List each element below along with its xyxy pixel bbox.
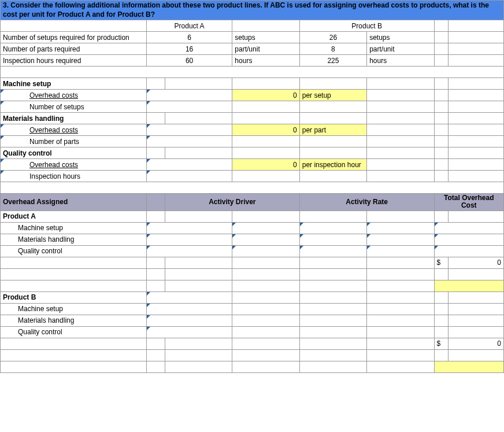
cell[interactable] bbox=[367, 136, 434, 147]
cell[interactable] bbox=[448, 90, 503, 101]
cell[interactable] bbox=[448, 43, 503, 55]
cell[interactable] bbox=[367, 211, 434, 222]
input-cell[interactable] bbox=[146, 159, 232, 171]
cell[interactable] bbox=[146, 338, 165, 349]
cell[interactable] bbox=[232, 20, 299, 32]
input-cell[interactable] bbox=[367, 234, 434, 245]
cell[interactable] bbox=[146, 268, 165, 280]
cell[interactable] bbox=[165, 78, 232, 90]
cell[interactable] bbox=[434, 268, 448, 280]
cell[interactable] bbox=[165, 268, 232, 280]
input-cell[interactable] bbox=[146, 234, 232, 245]
cell[interactable] bbox=[146, 147, 165, 159]
cell[interactable] bbox=[434, 78, 448, 90]
input-cell[interactable] bbox=[146, 222, 232, 234]
cell[interactable] bbox=[448, 159, 503, 171]
cell[interactable] bbox=[367, 349, 434, 361]
cell[interactable] bbox=[434, 303, 448, 315]
cell[interactable] bbox=[146, 257, 165, 268]
cell[interactable] bbox=[299, 326, 366, 338]
cell[interactable] bbox=[448, 315, 503, 326]
input-cell[interactable] bbox=[434, 245, 503, 257]
cell[interactable] bbox=[434, 171, 448, 182]
cell[interactable] bbox=[434, 326, 448, 338]
cell[interactable] bbox=[299, 361, 366, 372]
cell[interactable] bbox=[1, 268, 147, 280]
cell[interactable] bbox=[299, 147, 366, 159]
cell[interactable] bbox=[232, 280, 299, 291]
cell[interactable] bbox=[367, 171, 434, 182]
cell[interactable] bbox=[434, 101, 448, 113]
cell[interactable] bbox=[1, 20, 147, 32]
cell[interactable] bbox=[448, 268, 503, 280]
cell[interactable] bbox=[299, 349, 366, 361]
cell[interactable] bbox=[434, 32, 448, 43]
input-cell[interactable] bbox=[146, 136, 232, 147]
input-cell[interactable] bbox=[232, 234, 299, 245]
input-cell[interactable] bbox=[299, 234, 366, 245]
input-cell[interactable] bbox=[434, 222, 503, 234]
cell[interactable] bbox=[434, 136, 448, 147]
cell[interactable] bbox=[299, 113, 366, 124]
cell[interactable] bbox=[367, 78, 434, 90]
cell[interactable] bbox=[165, 361, 232, 372]
cell[interactable] bbox=[367, 268, 434, 280]
cell[interactable] bbox=[299, 338, 366, 349]
section-qc-overhead[interactable]: Overhead costs bbox=[1, 159, 147, 171]
cell[interactable] bbox=[448, 78, 503, 90]
cell[interactable] bbox=[367, 338, 434, 349]
cell[interactable] bbox=[367, 90, 434, 101]
cell[interactable] bbox=[232, 113, 299, 124]
cell[interactable] bbox=[1, 280, 147, 291]
cell[interactable] bbox=[434, 315, 448, 326]
cell[interactable] bbox=[448, 211, 503, 222]
cell[interactable] bbox=[232, 291, 299, 303]
cell[interactable] bbox=[448, 124, 503, 136]
input-cell[interactable] bbox=[299, 222, 366, 234]
cell[interactable] bbox=[165, 338, 232, 349]
input-cell[interactable] bbox=[146, 171, 232, 182]
cell[interactable] bbox=[146, 280, 165, 291]
assigned-b-highlight[interactable] bbox=[434, 361, 503, 372]
cell[interactable] bbox=[165, 211, 232, 222]
cell[interactable] bbox=[232, 303, 299, 315]
cell[interactable] bbox=[448, 303, 503, 315]
input-cell[interactable] bbox=[367, 245, 434, 257]
cell[interactable] bbox=[146, 78, 165, 90]
cell[interactable] bbox=[1, 361, 147, 372]
cell[interactable] bbox=[367, 257, 434, 268]
cell[interactable] bbox=[434, 211, 448, 222]
section-mh-driver[interactable]: Number of parts bbox=[1, 136, 147, 147]
cell[interactable] bbox=[367, 315, 434, 326]
section-mh-overhead[interactable]: Overhead costs bbox=[1, 124, 147, 136]
assigned-a-highlight[interactable] bbox=[434, 280, 503, 291]
cell[interactable] bbox=[232, 171, 299, 182]
cell[interactable] bbox=[232, 78, 299, 90]
cell[interactable] bbox=[367, 291, 434, 303]
input-cell[interactable] bbox=[232, 222, 299, 234]
cell[interactable] bbox=[367, 101, 434, 113]
cell[interactable] bbox=[434, 124, 448, 136]
input-cell[interactable] bbox=[146, 303, 232, 315]
cell[interactable] bbox=[146, 113, 165, 124]
cell[interactable] bbox=[448, 349, 503, 361]
cell[interactable] bbox=[146, 211, 165, 222]
cell[interactable] bbox=[299, 303, 366, 315]
cell[interactable] bbox=[367, 113, 434, 124]
cell[interactable] bbox=[232, 101, 299, 113]
input-cell[interactable] bbox=[146, 315, 232, 326]
cell[interactable] bbox=[299, 136, 366, 147]
input-cell[interactable] bbox=[146, 291, 232, 303]
input-cell[interactable] bbox=[146, 245, 232, 257]
cell[interactable] bbox=[1, 349, 147, 361]
cell[interactable] bbox=[448, 326, 503, 338]
cell[interactable] bbox=[232, 211, 299, 222]
cell[interactable] bbox=[367, 303, 434, 315]
input-cell[interactable] bbox=[146, 101, 232, 113]
cell[interactable] bbox=[146, 349, 165, 361]
cell[interactable] bbox=[448, 32, 503, 43]
cell[interactable] bbox=[367, 361, 434, 372]
cell[interactable] bbox=[299, 101, 366, 113]
cell[interactable] bbox=[367, 147, 434, 159]
cell[interactable] bbox=[232, 338, 299, 349]
